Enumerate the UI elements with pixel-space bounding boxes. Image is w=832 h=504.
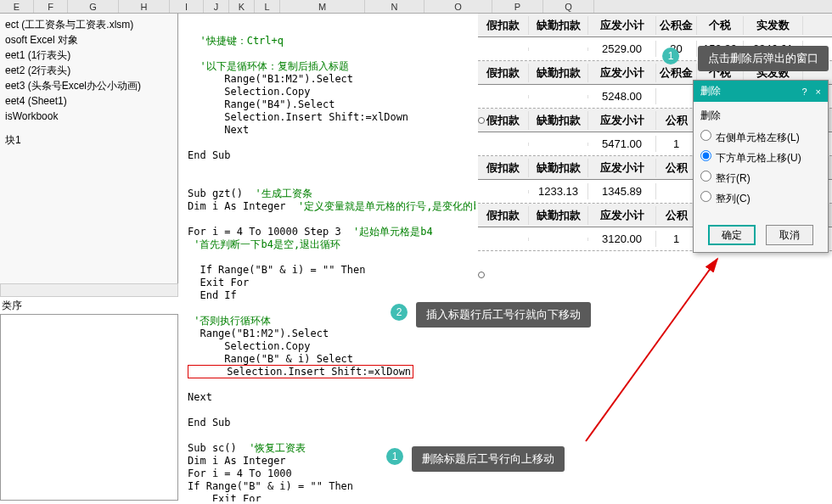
col-header-L[interactable]: L	[255, 0, 280, 13]
radio-entire-row[interactable]: 整行(R)	[700, 171, 821, 186]
vba-code-editor[interactable]: '快捷键：Ctrl+q '以下是循环体：复制后插入标题 Range("B1:M2…	[183, 14, 475, 501]
selection-handle[interactable]	[478, 117, 485, 124]
col-header-M[interactable]: M	[280, 0, 365, 13]
col-header-P[interactable]: P	[492, 0, 543, 13]
cancel-button[interactable]: 取消	[766, 225, 813, 245]
highlighted-insert-line: Selection.Insert Shift:=xlDown	[188, 365, 413, 378]
close-icon[interactable]: ×	[816, 87, 821, 97]
dialog-body-label: 删除	[700, 109, 821, 123]
radio-entire-col[interactable]: 整列(C)	[700, 191, 821, 206]
annotation-bubble-1: 点击删除后弹出的窗口	[698, 46, 829, 71]
annotation-bubble-3: 删除标题后工号行向上移动	[412, 446, 565, 472]
lower-pane-label: 类序	[2, 299, 22, 313]
tree-item[interactable]: eet4 (Sheet1)	[5, 93, 172, 109]
annotation-badge-2: 2	[391, 304, 408, 321]
tree-item[interactable]: eet1 (1行表头)	[5, 48, 172, 63]
column-headers: EFGHIJKLMNOPQ	[0, 0, 832, 14]
annotation-badge-1: 1	[662, 48, 679, 64]
svg-line-0	[586, 259, 717, 441]
annotation-badge-3: 1	[386, 448, 403, 465]
col-header-F[interactable]: F	[34, 0, 68, 13]
col-header-Q[interactable]: Q	[543, 0, 594, 13]
col-header-E[interactable]: E	[0, 0, 34, 13]
tree-project[interactable]: ect (工工资条与工资表.xlsm)	[5, 17, 172, 32]
tree-item[interactable]: eet3 (头条号Excel办公小动画)	[5, 78, 172, 93]
col-header-K[interactable]: K	[229, 0, 255, 13]
tree-item[interactable]: osoft Excel 对象	[5, 32, 172, 48]
annotation-bubble-2: 插入标题行后工号行就向下移动	[416, 302, 591, 328]
tree-item[interactable]: eet2 (2行表头)	[5, 63, 172, 78]
tree-module[interactable]: 块1	[5, 132, 172, 148]
col-header-J[interactable]: J	[204, 0, 229, 13]
radio-shift-up[interactable]: 下方单元格上移(U)	[700, 150, 821, 165]
horizontal-scrollbar[interactable]	[0, 283, 178, 297]
tree-item[interactable]: isWorkbook	[5, 109, 172, 124]
delete-dialog: 删除 ? × 删除 右侧单元格左移(L) 下方单元格上移(U) 整行(R) 整列…	[693, 80, 829, 253]
dialog-title-text: 删除	[700, 84, 721, 98]
col-header-H[interactable]: H	[119, 0, 170, 13]
project-explorer: ect (工工资条与工资表.xlsm) osoft Excel 对象eet1 (…	[0, 14, 178, 283]
dialog-titlebar: 删除 ? ×	[694, 81, 828, 102]
col-header-O[interactable]: O	[424, 0, 492, 13]
dialog-help-icon[interactable]: ?	[801, 87, 807, 97]
col-header-I[interactable]: I	[170, 0, 204, 13]
selection-handle[interactable]	[478, 272, 485, 278]
ok-button[interactable]: 确定	[708, 225, 756, 245]
properties-pane	[0, 314, 178, 501]
col-header-G[interactable]: G	[68, 0, 119, 13]
radio-shift-left[interactable]: 右侧单元格左移(L)	[700, 130, 821, 145]
col-header-N[interactable]: N	[365, 0, 424, 13]
